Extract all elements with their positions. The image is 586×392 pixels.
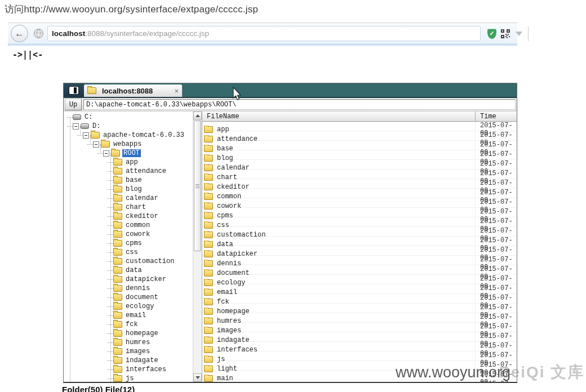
tree-item[interactable]: email xyxy=(64,311,193,320)
scroll-down-button[interactable] xyxy=(193,373,202,382)
tree-item[interactable]: attendance xyxy=(64,167,193,176)
tree-connector xyxy=(108,378,113,379)
tree-item[interactable]: ROOT xyxy=(64,149,193,158)
tree-connector xyxy=(108,342,113,343)
tree-item[interactable]: cpms xyxy=(64,239,193,248)
tree-item[interactable]: app xyxy=(64,158,193,167)
tree-scrollbar[interactable] xyxy=(193,112,202,382)
file-name: main xyxy=(217,375,233,382)
tree-item[interactable]: humres xyxy=(64,338,193,347)
tree-item[interactable]: apache-tomcat-6.0.33 xyxy=(64,131,193,140)
tree-item[interactable]: datapicker xyxy=(64,275,193,284)
window-tab[interactable]: localhost:8088 × xyxy=(84,84,182,97)
tree-item[interactable]: document xyxy=(64,293,193,302)
tree-item[interactable]: blog xyxy=(64,185,193,194)
tree-connector xyxy=(108,252,113,253)
tree-item[interactable]: customaction xyxy=(64,257,193,266)
tree-connector xyxy=(108,207,113,208)
tree-item[interactable]: ecology xyxy=(64,302,193,311)
tree-connector xyxy=(108,234,113,235)
tree-item-label: customaction xyxy=(125,257,175,265)
tree-item[interactable]: css xyxy=(64,248,193,257)
folder-icon xyxy=(113,375,122,382)
chevron-down-icon[interactable] xyxy=(516,32,522,36)
tree-item-label: css xyxy=(125,248,139,256)
check-icon: ✓ xyxy=(489,30,494,37)
tree-expand-minus-box[interactable] xyxy=(83,132,89,139)
tree-item[interactable]: calendar xyxy=(64,194,193,203)
folder-icon xyxy=(111,150,120,157)
scroll-up-button[interactable] xyxy=(193,112,202,120)
tree-item[interactable]: cowork xyxy=(64,230,193,239)
file-name: images xyxy=(217,327,241,335)
folder-icon xyxy=(113,249,122,256)
security-shield-icon[interactable]: ✓ xyxy=(487,29,496,39)
folder-icon xyxy=(204,136,213,142)
file-name: data xyxy=(217,240,233,248)
file-name: ckeditor xyxy=(217,183,250,191)
folder-icon xyxy=(204,260,213,267)
folder-icon xyxy=(113,294,122,301)
tree-connector xyxy=(108,261,113,262)
tree-item-label: ecology xyxy=(125,302,155,310)
tree-item[interactable]: common xyxy=(64,221,193,230)
up-button[interactable]: Up xyxy=(65,99,82,110)
scrollbar-thumb[interactable] xyxy=(194,121,201,251)
tree-connector xyxy=(108,162,113,163)
arrow-note: ->||<- xyxy=(12,50,43,60)
folder-icon xyxy=(113,204,122,211)
file-row[interactable]: app2015-07-09 xyxy=(202,122,517,131)
column-header-time[interactable]: Time xyxy=(475,112,517,121)
folder-icon xyxy=(113,195,122,202)
tree-item[interactable]: ckeditor xyxy=(64,212,193,221)
tree-item-label: cowork xyxy=(125,230,151,238)
tree-item-label: common xyxy=(125,221,151,229)
triangle-down-icon xyxy=(196,376,200,379)
folder-icon xyxy=(101,141,110,148)
tree-item[interactable]: homepage xyxy=(64,329,193,338)
folder-icon xyxy=(113,177,122,184)
tree-item[interactable]: C: xyxy=(64,113,193,122)
tree-item-label: humres xyxy=(125,338,151,346)
folder-icon xyxy=(113,330,122,337)
tab-close-icon[interactable]: × xyxy=(173,87,180,95)
window-menu-button[interactable] xyxy=(64,83,84,97)
tree-item[interactable]: data xyxy=(64,266,193,275)
path-input[interactable] xyxy=(83,99,516,110)
folder-icon xyxy=(204,155,213,162)
tree-item[interactable]: chart xyxy=(64,203,193,212)
tree-item[interactable]: webapps xyxy=(64,140,193,149)
watermark-primary: www.wooyun.org xyxy=(396,364,510,381)
tree-expand-minus-box[interactable] xyxy=(103,150,109,157)
tree-item-label: chart xyxy=(125,203,147,211)
file-name: cpms xyxy=(217,212,233,220)
tree-connector xyxy=(108,180,113,181)
status-line: Folder(50) File(12) xyxy=(62,385,135,392)
tree-item[interactable]: D: xyxy=(64,122,193,131)
folder-icon xyxy=(204,375,213,382)
folder-icon xyxy=(113,186,122,193)
tree-item[interactable]: interfaces xyxy=(64,365,193,374)
qr-code-icon[interactable] xyxy=(501,29,510,38)
window-titlebar[interactable]: localhost:8088 × xyxy=(64,83,517,98)
folder-icon xyxy=(91,132,100,139)
tree-item[interactable]: dennis xyxy=(64,284,193,293)
globe-icon[interactable] xyxy=(34,29,43,38)
url-input[interactable]: localhost:8088/sysinterface/extpage/cccc… xyxy=(47,26,481,41)
folder-icon xyxy=(204,337,213,344)
tree-item[interactable]: js xyxy=(64,374,193,382)
column-header-filename[interactable]: FileName xyxy=(202,113,475,121)
file-name: humres xyxy=(217,317,241,325)
back-button[interactable]: ← xyxy=(11,25,28,42)
file-name-cell: interfaces xyxy=(202,346,475,354)
tree-item[interactable]: images xyxy=(64,347,193,356)
thumb-grip-icon xyxy=(196,184,199,188)
tree-item[interactable]: fck xyxy=(64,320,193,329)
folder-icon xyxy=(204,270,213,277)
tree-expand-minus-box[interactable] xyxy=(93,141,99,148)
tree-item[interactable]: indagate xyxy=(64,356,193,365)
file-name-cell: base xyxy=(202,145,475,153)
tree-item[interactable]: base xyxy=(64,176,193,185)
tree-expand-minus-box[interactable] xyxy=(73,123,79,130)
file-name-cell: calendar xyxy=(202,164,475,172)
